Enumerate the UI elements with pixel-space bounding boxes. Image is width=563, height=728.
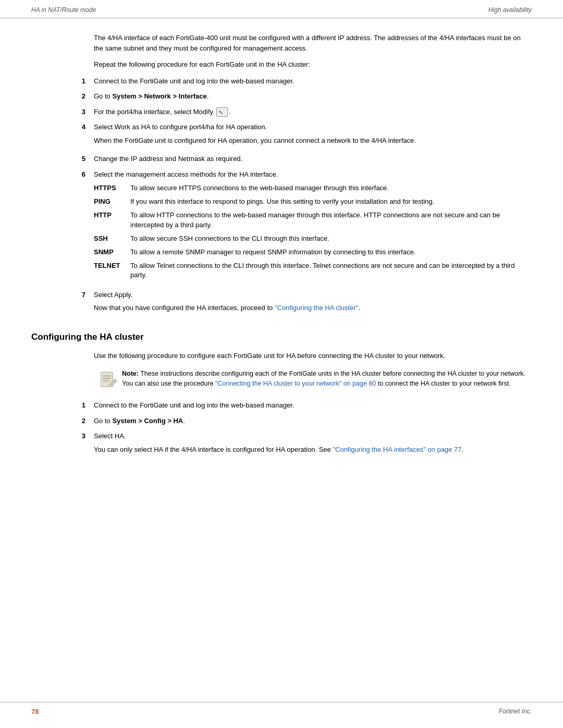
header-left: HA in NAT/Route mode	[31, 6, 96, 14]
access-def-telnet: To allow Telnet connections to the CLI t…	[130, 261, 532, 280]
access-term-ssh: SSH	[94, 234, 130, 243]
section-step-item-1: 1 Connect to the FortiGate unit and log …	[31, 400, 532, 411]
section-step3-text: Select HA.	[94, 431, 532, 441]
connecting-ha-cluster-link[interactable]: "Connecting the HA cluster to your netwo…	[215, 380, 376, 387]
access-methods-table: HTTPS To allow secure HTTPS connections …	[94, 183, 532, 280]
section-step-item-3: 3 Select HA. You can only select HA if t…	[31, 431, 532, 458]
access-def-ssh: To allow secure SSH connections to the C…	[130, 234, 532, 243]
access-row-https: HTTPS To allow secure HTTPS connections …	[94, 183, 532, 193]
step-content-6: Select the management access methods for…	[94, 169, 532, 285]
access-row-ping: PING If you want this interface to respo…	[94, 197, 532, 206]
configuring-ha-cluster-link[interactable]: "Configuring the HA cluster"	[275, 304, 358, 312]
step-num-7: 7	[31, 290, 94, 300]
footer-page-number: 78	[31, 708, 39, 715]
access-row-snmp: SNMP To allow a remote SNMP manager to r…	[94, 248, 532, 257]
main-content: The 4/HA interface of each FortiGate-400…	[0, 18, 563, 494]
step2-bold: System > Network > Interface	[112, 92, 206, 100]
step-item-5: 5 Change the IP address and Netmask as r…	[31, 154, 532, 164]
step-num-6: 6	[31, 169, 94, 180]
step7-text: Select Apply.	[94, 290, 532, 300]
step-num-4: 4	[31, 122, 94, 132]
step-num-1: 1	[31, 76, 94, 87]
step-item-6: 6 Select the management access methods f…	[31, 169, 532, 285]
notepad-icon	[98, 370, 118, 392]
access-row-telnet: TELNET To allow Telnet connections to th…	[94, 261, 532, 280]
access-def-snmp: To allow a remote SNMP manager to reques…	[130, 248, 532, 257]
access-term-https: HTTPS	[94, 183, 130, 193]
page-footer: 78 Fortinet Inc.	[0, 702, 563, 715]
step-content-2: Go to System > Network > Interface.	[94, 91, 532, 102]
access-term-ping: PING	[94, 197, 130, 206]
section-intro: Use the following procedure to configure…	[94, 351, 532, 361]
footer-company: Fortinet Inc.	[499, 708, 532, 715]
section-step-content-2: Go to System > Config > HA.	[94, 416, 532, 426]
note-after: to connect the HA cluster to your networ…	[376, 380, 510, 387]
step-num-2: 2	[31, 91, 94, 102]
section-step-content-1: Connect to the FortiGate unit and log in…	[94, 400, 532, 411]
section-step3-subtext: You can only select HA if the 4/HA inter…	[94, 445, 532, 455]
section-heading-ha-cluster: Configuring the HA cluster	[31, 332, 532, 342]
access-def-https: To allow secure HTTPS connections to the…	[130, 183, 532, 193]
step-content-3: For the port4/ha interface, select Modif…	[94, 107, 532, 117]
note-icon-area	[94, 369, 122, 392]
note-text: Note: These instructions describe config…	[122, 369, 532, 389]
section-steps-list: 1 Connect to the FortiGate unit and log …	[31, 400, 532, 458]
header-right: High availability	[488, 6, 532, 14]
note-box: Note: These instructions describe config…	[94, 369, 532, 392]
configuring-ha-interfaces-link[interactable]: "Configuring the HA interfaces" on page …	[333, 446, 461, 453]
intro-para-2: Repeat the following procedure for each …	[94, 59, 532, 70]
step-num-5: 5	[31, 154, 94, 164]
step-content-1: Connect to the FortiGate unit and log in…	[94, 76, 532, 87]
modify-icon	[216, 107, 228, 117]
page: HA in NAT/Route mode High availability T…	[0, 0, 563, 728]
note-label: Note:	[122, 370, 139, 377]
step-content-5: Change the IP address and Netmask as req…	[94, 154, 532, 164]
step-item-1: 1 Connect to the FortiGate unit and log …	[31, 76, 532, 87]
step-item-3: 3 For the port4/ha interface, select Mod…	[31, 107, 532, 117]
step-num-3: 3	[31, 107, 94, 117]
step-item-2: 2 Go to System > Network > Interface.	[31, 91, 532, 102]
step-content-7: Select Apply. Now that you have configur…	[94, 290, 532, 316]
section-step-item-2: 2 Go to System > Config > HA.	[31, 416, 532, 426]
page-header: HA in NAT/Route mode High availability	[0, 0, 563, 18]
step-content-4: Select Work as HA to configure port4/ha …	[94, 122, 532, 149]
access-row-http: HTTP To allow HTTP connections to the we…	[94, 211, 532, 229]
steps-list: 1 Connect to the FortiGate unit and log …	[31, 76, 532, 316]
access-def-ping: If you want this interface to respond to…	[130, 197, 532, 206]
section-step-content-3: Select HA. You can only select HA if the…	[94, 431, 532, 458]
access-def-http: To allow HTTP connections to the web-bas…	[130, 211, 532, 229]
access-term-snmp: SNMP	[94, 248, 130, 257]
intro-para-1: The 4/HA interface of each FortiGate-400…	[94, 33, 532, 53]
access-row-ssh: SSH To allow secure SSH connections to t…	[94, 234, 532, 243]
step-item-7: 7 Select Apply. Now that you have config…	[31, 290, 532, 316]
section-step-num-2: 2	[31, 416, 94, 426]
access-term-telnet: TELNET	[94, 261, 130, 280]
step-item-4: 4 Select Work as HA to configure port4/h…	[31, 122, 532, 149]
section-step-num-1: 1	[31, 400, 94, 411]
step7-subtext: Now that you have configured the HA inte…	[94, 303, 532, 313]
access-term-http: HTTP	[94, 211, 130, 229]
section-step2-bold: System > Config > HA	[112, 417, 183, 425]
section-step-num-3: 3	[31, 431, 94, 441]
